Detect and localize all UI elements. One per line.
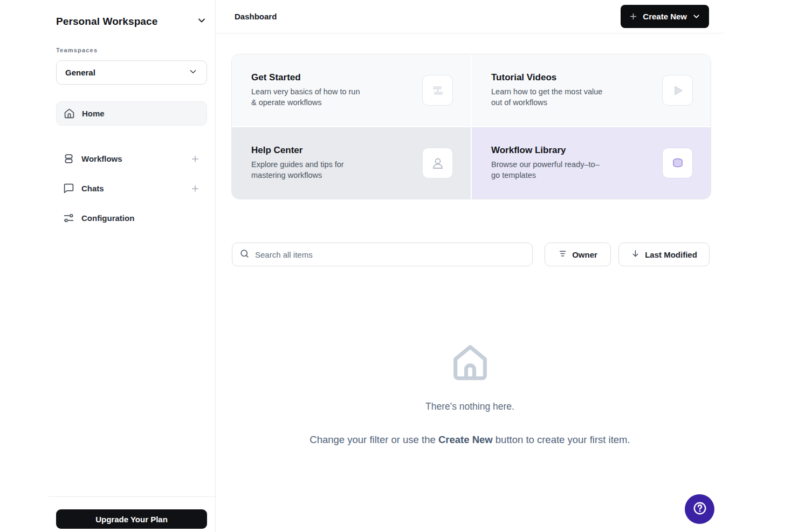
teamspace-selected-value: General — [65, 68, 95, 77]
add-workflow-icon[interactable] — [190, 154, 200, 164]
workspace-name: Personal Workspace — [56, 16, 157, 27]
upgrade-plan-button[interactable]: Upgrade Your Plan — [56, 509, 207, 529]
empty-state-hint: Change your filter or use the Create New… — [216, 434, 724, 446]
help-button[interactable] — [685, 494, 714, 524]
workspace-switcher[interactable]: Personal Workspace — [56, 15, 207, 28]
sidebar-item-label: Chats — [81, 184, 190, 193]
configuration-icon — [63, 212, 74, 224]
app-window: Personal Workspace Teamspaces General Ho… — [0, 0, 798, 532]
sidebar-item-workflows[interactable]: Workflows — [56, 144, 207, 174]
workflows-icon — [63, 153, 74, 164]
hint-create-new: Create New — [438, 434, 493, 445]
chevron-down-icon — [188, 67, 198, 79]
sidebar: Personal Workspace Teamspaces General Ho… — [49, 0, 216, 532]
hint-suffix: button to create your first item. — [493, 434, 630, 445]
sidebar-item-home[interactable]: Home — [56, 101, 207, 126]
chevron-down-icon — [196, 15, 207, 28]
sidebar-item-chats[interactable]: Chats — [56, 174, 207, 203]
sidebar-item-label: Workflows — [81, 154, 190, 163]
teamspace-select[interactable]: General — [56, 60, 207, 85]
home-icon — [64, 108, 75, 119]
sidebar-item-label: Configuration — [81, 213, 200, 223]
sidebar-item-label: Home — [82, 109, 200, 118]
house-icon — [216, 340, 724, 386]
empty-state-title: There's nothing here. — [216, 401, 724, 412]
question-circle-icon — [692, 500, 708, 518]
chats-icon — [63, 183, 74, 194]
sidebar-item-configuration[interactable]: Configuration — [56, 203, 207, 233]
hint-prefix: Change your filter or use the — [309, 434, 438, 445]
teamspaces-section-label: Teamspaces — [56, 47, 207, 53]
empty-state: There's nothing here. Change your filter… — [216, 0, 724, 446]
sidebar-footer: Upgrade Your Plan — [49, 496, 215, 532]
add-chat-icon[interactable] — [190, 184, 200, 194]
